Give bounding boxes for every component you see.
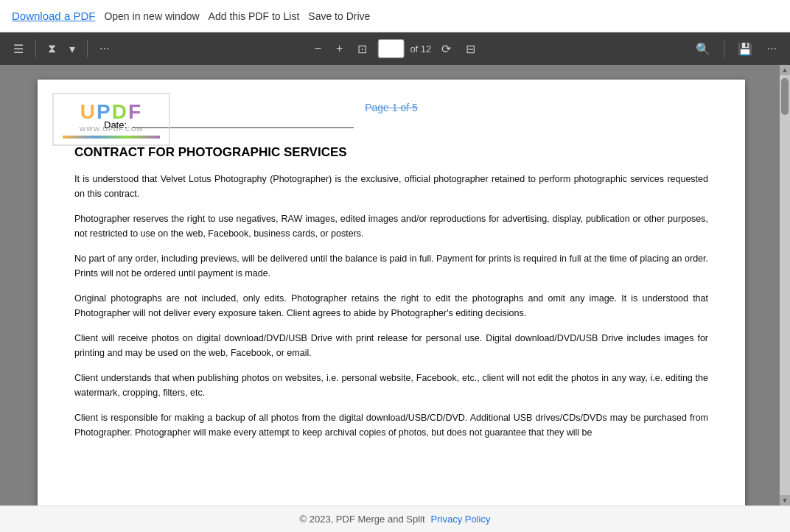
pdf-page: UPDF WWW.UPDF.COM Page 1 of 5 Date: CONT… <box>38 80 745 505</box>
paragraph-2: Photographer reserves the right to use n… <box>74 211 708 241</box>
scroll-up-button[interactable]: ▲ <box>780 65 790 75</box>
u-letter: U <box>80 100 97 123</box>
split-view-button[interactable]: ⊟ <box>461 39 480 59</box>
date-line: Date: <box>104 119 716 130</box>
plus-icon: + <box>336 42 343 55</box>
p-letter: P <box>97 100 112 123</box>
privacy-policy-link[interactable]: Privacy Policy <box>431 514 491 525</box>
zoom-in-button[interactable]: + <box>332 39 347 58</box>
top-bar: Download a PDF Open in new window Add th… <box>0 0 790 32</box>
watermark-bar <box>63 136 160 139</box>
pdf-area: UPDF WWW.UPDF.COM Page 1 of 5 Date: CONT… <box>0 65 790 505</box>
footer-copyright: © 2023, PDF Merge and Split <box>300 514 425 525</box>
paragraph-6: Client understands that when publishing … <box>74 371 708 400</box>
f-letter: F <box>128 100 142 123</box>
filter-button[interactable]: ⧗ <box>43 39 60 58</box>
document-title: CONTRACT FOR PHOTOGRAPHIC SERVICES <box>74 145 708 160</box>
filter-icon: ⧗ <box>48 42 56 55</box>
chevron-down-icon: ▾ <box>69 42 75 56</box>
paragraph-4: Original photographs are not included, o… <box>74 291 708 321</box>
save-to-drive-link[interactable]: Save to Drive <box>308 10 370 22</box>
paragraph-5: Client will receive photos on digital do… <box>74 331 708 360</box>
search-button[interactable]: 🔍 <box>691 39 715 59</box>
footer: © 2023, PDF Merge and Split Privacy Poli… <box>0 505 790 532</box>
page-number-input[interactable]: 1 <box>377 39 404 58</box>
add-to-list-link[interactable]: Add this PDF to List <box>209 10 300 22</box>
minus-icon: − <box>315 42 321 55</box>
save-button[interactable]: 💾 <box>733 39 757 59</box>
updf-logo-text: UPDF <box>80 100 142 124</box>
scrollbar-thumb[interactable] <box>781 78 789 115</box>
download-pdf-link[interactable]: Download a PDF <box>12 10 95 22</box>
list-icon: ☰ <box>13 42 24 56</box>
toolbar: ☰ ⧗ ▾ ··· − + ⊡ 1 of 12 ⟳ ⊟ <box>0 32 790 65</box>
scroll-down-button[interactable]: ▼ <box>780 495 790 505</box>
toolbar-divider-3 <box>724 40 724 57</box>
arrow-down-button[interactable]: ▾ <box>65 39 80 59</box>
split-icon: ⊟ <box>466 42 475 56</box>
paragraph-7: Client is responsible for making a backu… <box>74 410 708 440</box>
toolbar-left: ☰ ⧗ ▾ ··· <box>9 39 113 59</box>
paragraph-3: No part of any order, including previews… <box>74 251 708 281</box>
save-icon: 💾 <box>738 42 752 56</box>
fit-page-button[interactable]: ⊡ <box>353 39 371 59</box>
rotate-icon: ⟳ <box>441 42 451 56</box>
more-options-right-button[interactable]: ··· <box>763 39 781 58</box>
updf-watermark: UPDF WWW.UPDF.COM <box>52 93 170 146</box>
toolbar-divider-1 <box>35 40 36 57</box>
open-new-window-link[interactable]: Open in new window <box>104 10 199 22</box>
list-view-button[interactable]: ☰ <box>9 39 28 59</box>
pdf-scrollbar: ▲ ▼ <box>780 65 790 505</box>
watermark-url: WWW.UPDF.COM <box>80 125 144 133</box>
toolbar-center: − + ⊡ 1 of 12 ⟳ ⊟ <box>310 39 480 59</box>
more-icon-left: ··· <box>99 42 109 55</box>
more-icon-right: ··· <box>767 42 777 55</box>
search-icon: 🔍 <box>696 42 710 56</box>
toolbar-right: 🔍 💾 ··· <box>691 39 781 59</box>
zoom-out-button[interactable]: − <box>310 39 326 58</box>
d-letter: D <box>112 100 128 123</box>
rotate-button[interactable]: ⟳ <box>437 39 455 59</box>
fit-icon: ⊡ <box>357 42 367 56</box>
watermark-logo: UPDF WWW.UPDF.COM <box>52 93 170 146</box>
paragraph-1: It is understood that Velvet Lotus Photo… <box>74 172 708 201</box>
toolbar-divider-2 <box>87 40 88 57</box>
document-content: CONTRACT FOR PHOTOGRAPHIC SERVICES It is… <box>67 145 716 440</box>
more-options-left-button[interactable]: ··· <box>95 39 113 58</box>
total-pages-label: of 12 <box>410 43 431 55</box>
